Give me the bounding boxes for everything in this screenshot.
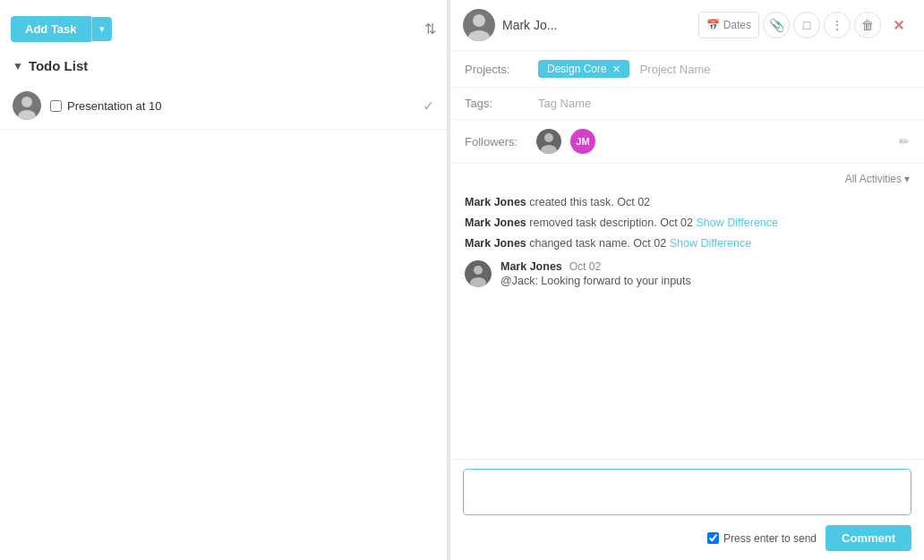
comment-actions: Press enter to send Comment <box>463 525 911 551</box>
projects-label: Projects: <box>465 63 527 76</box>
comment-button[interactable]: Comment <box>826 525 911 551</box>
project-tag-remove[interactable]: ✕ <box>612 64 620 75</box>
tags-label: Tags: <box>465 97 527 110</box>
followers-row: Followers: JM ✏ <box>450 120 924 164</box>
right-panel: Mark Jo... 📅 Dates 📎 □ ⋮ 🗑 ✕ Projects: D… <box>448 0 924 560</box>
project-tag[interactable]: Design Core ✕ <box>538 60 629 78</box>
dates-button[interactable]: 📅 Dates <box>698 12 759 38</box>
activities-header: All Activities ▾ <box>465 173 910 185</box>
activities-section: All Activities ▾ Mark Jones created this… <box>450 164 924 459</box>
todo-list-chevron[interactable]: ▼ <box>13 60 23 72</box>
activity-line-1: Mark Jones created this task. Oct 02 <box>465 194 910 211</box>
projects-row: Projects: Design Core ✕ Project Name <box>450 51 924 88</box>
add-task-dropdown-button[interactable]: ▾ <box>91 17 112 41</box>
all-activities-dropdown-icon: ▾ <box>904 173 910 185</box>
task-done-icon: ✓ <box>423 98 434 115</box>
svg-point-4 <box>473 14 485 27</box>
task-checkbox-input[interactable] <box>50 100 62 112</box>
close-button[interactable]: ✕ <box>885 12 911 38</box>
toolbar: Add Task ▾ ⇅ <box>0 9 447 49</box>
followers-label: Followers: <box>465 135 527 148</box>
all-activities-button[interactable]: All Activities ▾ <box>845 173 910 185</box>
activity-date-2: Oct 02 <box>660 216 693 229</box>
todo-list-title: Todo List <box>29 58 88 73</box>
comment-footer: Press enter to send Comment <box>450 459 924 560</box>
left-panel: Add Task ▾ ⇅ ▼ Todo List Presentation at… <box>0 0 448 560</box>
add-task-button[interactable]: Add Task <box>11 16 91 42</box>
activity-actor-2: Mark Jones <box>465 216 526 229</box>
activity-actor-3: Mark Jones <box>465 237 526 250</box>
svg-point-1 <box>21 97 32 107</box>
press-enter-checkbox[interactable] <box>707 532 719 544</box>
tags-row: Tags: Tag Name <box>450 88 924 120</box>
comment-date: Oct 02 <box>569 260 601 273</box>
follower-initials: JM <box>576 136 589 147</box>
avatar <box>13 91 41 120</box>
activity-comment: Mark Jones Oct 02 @Jack: Looking forward… <box>465 260 910 287</box>
detail-user-name: Mark Jo... <box>502 18 691 32</box>
calendar-icon: 📅 <box>706 19 720 31</box>
show-diff-button-2[interactable]: Show Difference <box>670 237 752 250</box>
comment-author: Mark Jones <box>500 260 562 273</box>
more-options-button[interactable]: ⋮ <box>824 12 851 38</box>
activity-line-3: Mark Jones changed task name. Oct 02 Sho… <box>465 235 910 252</box>
activity-text-1: created this task. <box>529 196 614 208</box>
comment-avatar <box>465 260 492 287</box>
trash-button[interactable]: 🗑 <box>854 12 881 38</box>
follower-avatar-jm: JM <box>570 129 595 154</box>
comment-meta: Mark Jones Oct 02 <box>500 260 910 273</box>
show-diff-button-1[interactable]: Show Difference <box>697 216 779 229</box>
add-task-group: Add Task ▾ <box>11 16 112 42</box>
svg-point-7 <box>544 133 553 142</box>
follower-avatar-1 <box>536 129 561 154</box>
task-title: Presentation at 10 <box>67 99 162 113</box>
press-enter-text: Press enter to send <box>723 532 817 545</box>
activity-text-3: changed task name. <box>529 237 630 250</box>
followers-edit-button[interactable]: ✏ <box>899 134 910 148</box>
paperclip-button[interactable]: 📎 <box>763 12 790 38</box>
activity-line-2: Mark Jones removed task description. Oct… <box>465 215 910 232</box>
activity-actor-1: Mark Jones <box>465 196 526 208</box>
activity-text-2: removed task description. <box>529 216 656 229</box>
detail-user-avatar <box>463 9 495 41</box>
comment-text: @Jack: Looking forward to your inputs <box>500 275 910 287</box>
activity-date-3: Oct 02 <box>633 237 666 250</box>
task-checkbox-label[interactable]: Presentation at 10 <box>50 99 414 113</box>
tag-name-placeholder[interactable]: Tag Name <box>538 97 591 110</box>
todo-list-header: ▼ Todo List <box>0 49 447 82</box>
square-button[interactable]: □ <box>793 12 820 38</box>
comment-input[interactable] <box>463 469 911 515</box>
project-tag-name: Design Core <box>547 63 607 75</box>
header-icons: 📅 Dates 📎 □ ⋮ 🗑 ✕ <box>698 12 911 38</box>
press-enter-label: Press enter to send <box>707 532 817 545</box>
sort-icon[interactable]: ⇅ <box>424 21 436 38</box>
activity-date-1: Oct 02 <box>617 196 650 208</box>
dates-label: Dates <box>723 19 751 31</box>
comment-body: Mark Jones Oct 02 @Jack: Looking forward… <box>500 260 910 287</box>
project-name-placeholder[interactable]: Project Name <box>640 63 711 76</box>
svg-point-10 <box>474 266 483 275</box>
all-activities-label: All Activities <box>845 173 902 185</box>
detail-header: Mark Jo... 📅 Dates 📎 □ ⋮ 🗑 ✕ <box>450 0 924 51</box>
task-item: Presentation at 10 ✓ <box>0 82 447 130</box>
